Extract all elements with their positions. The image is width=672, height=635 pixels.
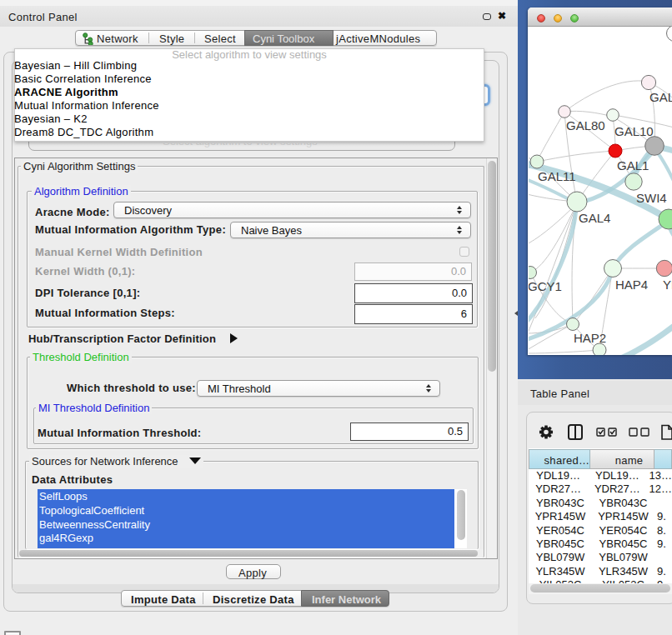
svg-text:GAL11: GAL11 [538,169,576,183]
svg-text:GAL10: GAL10 [614,124,654,138]
svg-text:HAP2: HAP2 [574,331,606,345]
svg-text:GAL80: GAL80 [566,118,605,132]
svg-text:GCY1: GCY1 [529,279,562,293]
svg-text:GAL1: GAL1 [617,158,649,172]
svg-text:SWI4: SWI4 [636,191,667,205]
svg-text:YM: YM [663,278,672,292]
svg-text:HAP4: HAP4 [615,278,648,292]
svg-text:GAL4: GAL4 [579,211,610,225]
svg-text:GAL2: GAL2 [649,90,672,104]
